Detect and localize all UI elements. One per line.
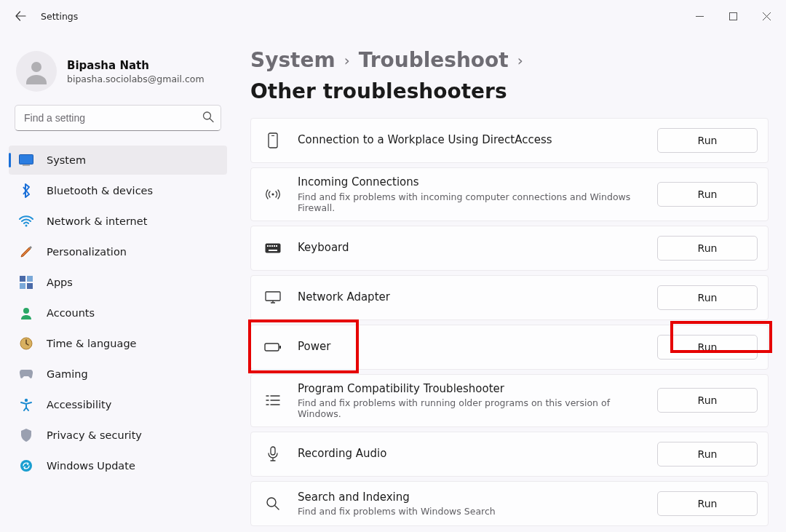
sidebar-item-system[interactable]: System	[9, 146, 227, 175]
arrow-left-icon	[15, 10, 26, 22]
troubleshooter-row-power: Power Run	[250, 325, 769, 370]
row-desc: Find and fix problems with running older…	[298, 397, 643, 419]
run-button[interactable]: Run	[657, 285, 758, 310]
run-button[interactable]: Run	[657, 182, 758, 207]
profile-text: Bipasha Nath bipasha.sociolabs@gmail.com	[67, 59, 205, 84]
sidebar: Bipasha Nath bipasha.sociolabs@gmail.com…	[0, 32, 233, 532]
minimize-button[interactable]	[683, 5, 716, 27]
breadcrumb-item-system[interactable]: System	[250, 48, 336, 72]
search-icon	[263, 496, 283, 511]
svg-rect-17	[266, 243, 281, 253]
row-desc: Find and fix problems with Windows Searc…	[298, 506, 643, 517]
briefcase-icon	[263, 132, 283, 148]
profile-block[interactable]: Bipasha Nath bipasha.sociolabs@gmail.com	[9, 45, 227, 105]
maximize-button[interactable]	[716, 5, 750, 27]
chevron-right-icon: ›	[343, 52, 352, 69]
row-title: Search and Indexing	[298, 491, 643, 505]
window-controls	[683, 5, 783, 27]
row-desc: Find and fix problems with incoming comp…	[298, 191, 643, 213]
row-text: Program Compatibility Troubleshooter Fin…	[298, 382, 643, 420]
app-body: Bipasha Nath bipasha.sociolabs@gmail.com…	[0, 32, 786, 532]
back-button[interactable]	[13, 9, 28, 23]
row-text: Connection to a Workplace Using DirectAc…	[298, 133, 643, 148]
profile-email: bipasha.sociolabs@gmail.com	[67, 74, 205, 84]
svg-point-5	[25, 225, 28, 227]
row-text: Incoming Connections Find and fix proble…	[298, 175, 643, 213]
battery-icon	[263, 342, 283, 352]
sidebar-item-time[interactable]: Time & language	[9, 329, 227, 358]
sidebar-item-accessibility[interactable]: Accessibility	[9, 390, 227, 419]
svg-rect-15	[271, 135, 274, 136]
gamepad-icon	[19, 367, 33, 381]
close-icon	[763, 12, 771, 20]
svg-rect-20	[271, 245, 273, 247]
svg-rect-4	[23, 165, 30, 166]
title-bar: Settings	[0, 0, 786, 32]
row-text: Power	[298, 340, 643, 354]
sidebar-item-label: System	[47, 154, 86, 166]
sidebar-item-label: Windows Update	[47, 460, 135, 472]
svg-rect-24	[266, 292, 280, 301]
svg-rect-7	[27, 276, 33, 282]
troubleshooter-row-network-adapter: Network Adapter Run	[250, 275, 769, 320]
sidebar-item-label: Time & language	[47, 338, 137, 349]
sidebar-item-update[interactable]: Windows Update	[9, 451, 227, 480]
list-check-icon	[263, 394, 283, 407]
nav-list: System Bluetooth & devices Network & int…	[9, 146, 227, 480]
bluetooth-icon	[19, 183, 33, 198]
sidebar-item-bluetooth[interactable]: Bluetooth & devices	[9, 176, 227, 205]
sidebar-item-label: Gaming	[47, 368, 88, 380]
svg-rect-27	[271, 447, 275, 455]
svg-rect-9	[27, 283, 33, 289]
update-icon	[19, 458, 33, 473]
search-icon[interactable]	[202, 111, 214, 125]
sidebar-item-label: Accounts	[47, 307, 95, 319]
run-button[interactable]: Run	[657, 236, 758, 261]
svg-point-16	[271, 193, 274, 195]
microphone-icon	[263, 446, 283, 462]
sidebar-item-personalization[interactable]: Personalization	[9, 237, 227, 266]
svg-rect-0	[729, 12, 737, 20]
breadcrumb-item-current: Other troubleshooters	[250, 79, 507, 103]
search-input[interactable]	[15, 105, 221, 131]
svg-point-13	[20, 460, 32, 472]
troubleshooter-row-keyboard: Keyboard Run	[250, 226, 769, 271]
maximize-icon	[729, 12, 737, 20]
svg-rect-25	[265, 344, 279, 351]
svg-point-10	[23, 308, 29, 314]
minimize-icon	[696, 12, 704, 20]
svg-point-12	[25, 399, 28, 402]
run-button[interactable]: Run	[657, 442, 758, 467]
sidebar-item-gaming[interactable]: Gaming	[9, 360, 227, 389]
breadcrumb-item-troubleshoot[interactable]: Troubleshoot	[359, 48, 509, 72]
sidebar-item-network[interactable]: Network & internet	[9, 207, 227, 236]
svg-point-2	[204, 112, 211, 119]
broadcast-icon	[263, 188, 283, 201]
row-text: Search and Indexing Find and fix problem…	[298, 491, 643, 517]
search-field	[15, 105, 221, 131]
paintbrush-icon	[19, 245, 33, 259]
row-title: Connection to a Workplace Using DirectAc…	[298, 133, 643, 148]
sidebar-item-label: Accessibility	[47, 399, 111, 410]
troubleshooter-row-recording-audio: Recording Audio Run	[250, 432, 769, 477]
row-title: Program Compatibility Troubleshooter	[298, 382, 643, 397]
monitor-icon	[263, 291, 283, 304]
run-button[interactable]: Run	[657, 128, 758, 153]
row-text: Network Adapter	[298, 290, 643, 305]
troubleshooter-row-directaccess: Connection to a Workplace Using DirectAc…	[250, 118, 769, 163]
sidebar-item-label: Bluetooth & devices	[47, 185, 153, 196]
row-title: Incoming Connections	[298, 175, 643, 190]
display-icon	[19, 153, 33, 167]
run-button[interactable]: Run	[657, 491, 758, 516]
run-button[interactable]: Run	[657, 388, 758, 413]
troubleshooter-row-search-indexing: Search and Indexing Find and fix problem…	[250, 481, 769, 526]
sidebar-item-accounts[interactable]: Accounts	[9, 298, 227, 327]
run-button[interactable]: Run	[657, 335, 758, 360]
keyboard-icon	[263, 243, 283, 253]
close-button[interactable]	[750, 5, 783, 27]
sidebar-item-apps[interactable]: Apps	[9, 268, 227, 297]
sidebar-item-privacy[interactable]: Privacy & security	[9, 421, 227, 450]
sidebar-item-label: Network & internet	[47, 215, 147, 227]
svg-rect-23	[269, 250, 277, 251]
avatar	[16, 51, 57, 92]
